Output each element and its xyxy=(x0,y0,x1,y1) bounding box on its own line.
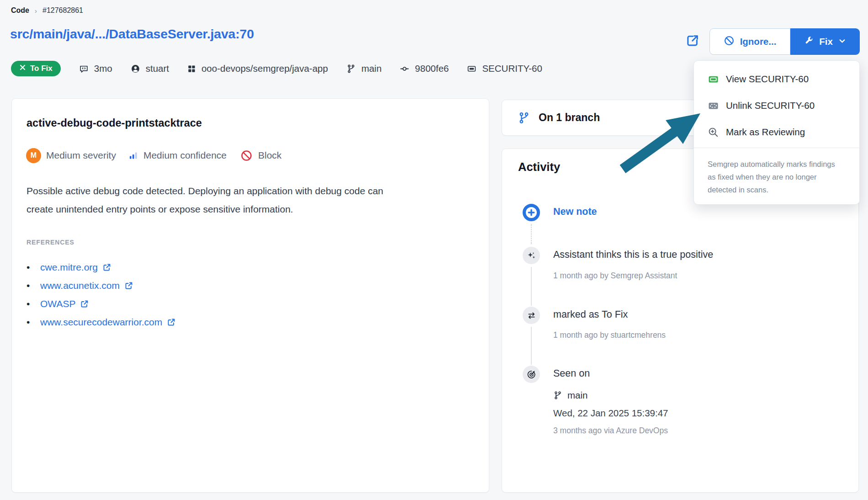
finding-file-link[interactable]: src/main/java/.../DataBaseServer.java:70 xyxy=(10,27,254,42)
scan-radar-icon xyxy=(523,366,540,383)
meta-branch: main xyxy=(346,63,381,74)
list-item: • cwe.mitre.org xyxy=(26,258,176,277)
timeline-connector xyxy=(531,224,532,244)
share-icon xyxy=(685,33,700,50)
meta-ticket: SECURITY-60 xyxy=(467,63,542,74)
confidence-bars-icon xyxy=(129,151,138,160)
meta-age: 3mo xyxy=(79,63,112,74)
finding-description: Possible active debug code detected. Dep… xyxy=(26,182,387,218)
severity-label: Medium severity xyxy=(46,150,116,161)
activity-event-title: Assistant thinks this is a true positive xyxy=(553,249,713,261)
ticket-icon xyxy=(467,64,476,74)
menu-divider xyxy=(694,148,859,148)
bullet-icon: • xyxy=(26,262,40,273)
activity-heading: Activity xyxy=(518,160,560,174)
status-badge-label: To Fix xyxy=(30,64,53,73)
block-icon xyxy=(240,149,253,162)
fix-dropdown-menu: View SECURITY-60 Unlink SECURITY-60 Mark… xyxy=(693,60,860,205)
list-item: • OWASP xyxy=(26,295,176,313)
seen-on-branch-label: main xyxy=(567,390,587,401)
fix-button[interactable]: Fix xyxy=(790,28,860,55)
bullet-icon: • xyxy=(26,317,40,328)
status-badge: To Fix xyxy=(11,61,61,76)
meta-author: stuart xyxy=(131,63,169,74)
breadcrumb-section[interactable]: Code xyxy=(11,6,29,15)
ticket-unlink-icon xyxy=(708,100,719,112)
rule-name: active-debug-code-printstacktrace xyxy=(26,117,202,129)
meta-branch-label: main xyxy=(361,63,381,74)
block-label: Block xyxy=(258,150,281,161)
bullet-icon: • xyxy=(26,280,40,291)
references-list: • cwe.mitre.org • www.acunetix.com • OWA… xyxy=(26,258,176,331)
list-item: • www.securecodewarrior.com xyxy=(26,313,176,331)
breadcrumb-finding-id: #127682861 xyxy=(42,6,83,15)
meta-commit-label: 9800fe6 xyxy=(415,63,449,74)
activity-event-subtitle: 1 month ago by Semgrep Assistant xyxy=(553,271,677,281)
ticket-green-icon xyxy=(708,74,719,85)
meta-repo-label: ooo-devops/semgrep/java-app xyxy=(201,63,328,74)
branch-icon xyxy=(346,64,356,74)
activity-event-title: Seen on xyxy=(553,368,590,379)
menu-item-label: View SECURITY-60 xyxy=(726,74,809,85)
action-button-group: Ignore... Fix xyxy=(709,28,860,55)
commit-icon xyxy=(400,64,409,74)
references-heading: REFERENCES xyxy=(26,239,74,246)
fix-button-label: Fix xyxy=(819,36,833,47)
branch-icon xyxy=(518,112,530,124)
meta-commit: 9800fe6 xyxy=(400,63,449,74)
user-icon xyxy=(131,64,140,74)
share-button[interactable] xyxy=(684,33,701,50)
meta-age-label: 3mo xyxy=(94,63,112,74)
tools-icon xyxy=(19,64,26,73)
bullet-icon: • xyxy=(26,298,40,309)
confidence-label: Medium confidence xyxy=(143,150,227,161)
external-link-icon xyxy=(167,318,176,327)
activity-event-title: marked as To Fix xyxy=(553,309,628,320)
ignore-button[interactable]: Ignore... xyxy=(709,28,790,55)
add-note-icon[interactable] xyxy=(522,203,540,222)
status-change-icon xyxy=(523,307,540,324)
comment-code-icon xyxy=(79,64,89,74)
breadcrumb: Code › #127682861 xyxy=(11,6,83,15)
seen-on-source: 3 months ago via Azure DevOps xyxy=(553,426,668,436)
timeline-connector xyxy=(531,327,532,365)
external-link-icon xyxy=(80,299,89,309)
reference-link[interactable]: www.acunetix.com xyxy=(40,280,133,291)
menu-item-unlink-ticket[interactable]: Unlink SECURITY-60 xyxy=(708,98,815,113)
reference-link[interactable]: OWASP xyxy=(40,298,89,309)
seen-on-branch: main xyxy=(553,390,587,401)
finding-meta-row: To Fix 3mo stuart ooo-devops/semgrep/jav… xyxy=(11,61,542,76)
branch-icon xyxy=(553,391,562,400)
finding-detail-card: active-debug-code-printstacktrace M Medi… xyxy=(11,98,489,493)
menu-item-view-ticket[interactable]: View SECURITY-60 xyxy=(708,72,809,86)
assistant-sparkles-icon xyxy=(523,247,540,264)
semgrep-finding-page: Code › #127682861 src/main/java/.../Data… xyxy=(0,0,868,500)
menu-item-label: Unlink SECURITY-60 xyxy=(726,100,815,111)
apps-grid-icon xyxy=(187,64,196,73)
ignore-button-label: Ignore... xyxy=(740,36,777,47)
meta-author-label: stuart xyxy=(146,63,169,74)
reference-link[interactable]: www.securecodewarrior.com xyxy=(40,317,176,328)
chevron-down-icon xyxy=(838,36,846,47)
list-item: • www.acunetix.com xyxy=(26,277,176,295)
activity-event-subtitle: 1 month ago by stuartcmehrens xyxy=(553,330,666,340)
meta-repo: ooo-devops/semgrep/java-app xyxy=(187,63,328,74)
breadcrumb-chevron-icon: › xyxy=(35,7,37,15)
magnifier-plus-icon xyxy=(708,127,719,138)
branch-card-label: On 1 branch xyxy=(539,112,600,124)
menu-item-mark-reviewing[interactable]: Mark as Reviewing xyxy=(708,125,805,139)
severity-row: M Medium severity Medium confidence Bloc… xyxy=(26,148,281,163)
timeline-connector xyxy=(531,267,532,306)
external-link-icon xyxy=(102,263,111,272)
meta-ticket-label: SECURITY-60 xyxy=(482,63,542,74)
external-link-icon xyxy=(124,281,133,290)
new-note-button[interactable]: New note xyxy=(553,206,597,218)
reference-link[interactable]: cwe.mitre.org xyxy=(40,262,111,273)
prohibit-icon xyxy=(724,35,735,48)
menu-note: Semgrep automatically marks findings as … xyxy=(708,158,845,196)
seen-on-timestamp: Wed, 22 Jan 2025 15:39:47 xyxy=(553,408,668,419)
menu-item-label: Mark as Reviewing xyxy=(726,127,805,138)
wrench-icon xyxy=(804,36,814,48)
medium-severity-icon: M xyxy=(26,148,41,163)
